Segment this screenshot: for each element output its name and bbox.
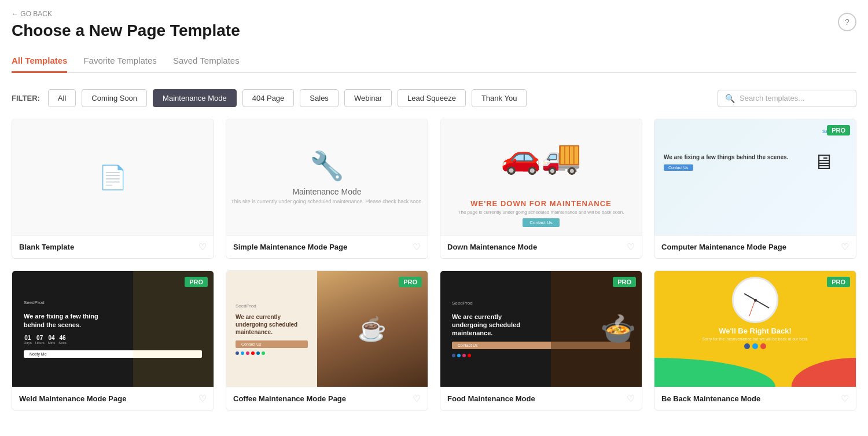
template-card-computer-maintenance[interactable]: SeedProd We are fixing a few things behi…	[654, 119, 856, 259]
coffee-heading: We are currently undergoing scheduled ma…	[236, 313, 308, 336]
tow-truck-icon: 🚗🚚	[501, 138, 582, 176]
page-title: Choose a New Page Template	[12, 21, 856, 40]
food-social-4	[468, 354, 471, 357]
pro-badge-weld: PRO	[185, 277, 208, 287]
beback-social-2	[752, 343, 758, 349]
wrench-icon: 🔧	[231, 150, 423, 182]
heart-icon-computer[interactable]: ♡	[841, 241, 849, 252]
template-name-coffee: Coffee Maintenance Mode Page	[233, 394, 346, 403]
social-icon-1	[236, 351, 239, 355]
down-contact-btn: Contact Us	[523, 218, 560, 227]
heart-icon-blank[interactable]: ♡	[198, 241, 207, 252]
pro-badge-beback: PRO	[827, 277, 850, 287]
beback-social-3	[760, 343, 766, 349]
search-input[interactable]	[740, 94, 849, 102]
computer-icon: 🖥	[813, 150, 834, 174]
computer-heading: We are fixing a few things behind the sc…	[664, 153, 800, 161]
simple-maintenance-sub: This site is currently under going sched…	[231, 199, 423, 204]
seedprod-logo-food: SeedProd	[452, 301, 630, 306]
heart-icon-food[interactable]: ♡	[627, 393, 635, 404]
template-card-weld-maintenance[interactable]: SeedProd We are fixing a few thing behin…	[12, 270, 214, 411]
template-card-down-maintenance[interactable]: 🚗🚚 WE'RE DOWN FOR MAINTENANCE The page i…	[440, 119, 642, 259]
template-name-beback: Be Back Maintenance Mode	[661, 394, 760, 403]
weld-timer-mins-num: 04	[48, 335, 56, 341]
filter-maintenance-mode[interactable]: Maintenance Mode	[153, 89, 237, 107]
template-card-beback-maintenance[interactable]: We'll Be Right Back! Sorry for the incon…	[654, 270, 856, 411]
filter-sales[interactable]: Sales	[300, 89, 339, 107]
search-icon: 🔍	[725, 94, 735, 103]
filter-all[interactable]: All	[48, 89, 76, 107]
tab-saved-templates[interactable]: Saved Templates	[173, 50, 240, 73]
down-maintenance-title: WE'RE DOWN FOR MAINTENANCE	[445, 199, 637, 208]
blank-page-icon: 📄	[98, 164, 127, 191]
coffee-btn: Contact Us	[236, 340, 308, 348]
filter-coming-soon[interactable]: Coming Soon	[82, 89, 147, 107]
food-social-1	[452, 354, 455, 357]
social-icon-3	[246, 351, 249, 355]
weld-timer-days-num: 01	[24, 335, 32, 341]
heart-icon-coffee[interactable]: ♡	[413, 393, 421, 404]
template-name-simple: Simple Maintenance Mode Page	[233, 243, 347, 251]
pro-badge-coffee: PRO	[399, 277, 422, 287]
filter-thank-you[interactable]: Thank You	[472, 89, 527, 107]
template-card-blank[interactable]: 📄 Blank Template ♡	[12, 119, 214, 259]
food-emoji-icon: 🍲	[600, 312, 636, 346]
food-social-3	[462, 354, 466, 357]
heart-icon-weld[interactable]: ♡	[198, 393, 207, 404]
tab-favorite-templates[interactable]: Favorite Templates	[83, 50, 156, 73]
template-card-coffee-maintenance[interactable]: SeedProd We are currently undergoing sch…	[226, 270, 428, 411]
template-name-blank: Blank Template	[19, 243, 74, 251]
social-icon-5	[256, 351, 260, 355]
seedprod-logo-weld: SeedProd	[24, 300, 202, 305]
template-card-food-maintenance[interactable]: 🍲 SeedProd We are currently undergoing s…	[440, 270, 642, 411]
simple-maintenance-title: Maintenance Mode	[231, 187, 423, 196]
computer-btn: Contact Us	[664, 164, 693, 171]
go-back-link[interactable]: ← GO BACK	[12, 10, 52, 18]
weld-timer-hours-label: Hours	[35, 341, 45, 345]
weld-heading: We are fixing a few thing behind the sce…	[24, 312, 105, 329]
beback-social-1	[744, 343, 750, 349]
filter-label: FILTER:	[12, 94, 40, 102]
template-name-computer: Computer Maintenance Mode Page	[661, 243, 786, 251]
weld-timer-secs-num: 46	[58, 335, 66, 341]
beback-title: We'll Be Right Back!	[703, 327, 808, 335]
seedprod-logo-coffee: SeedProd	[236, 303, 308, 309]
template-name-food: Food Maintenance Mode	[447, 394, 535, 403]
filter-lead-squeeze[interactable]: Lead Squeeze	[398, 89, 466, 107]
social-icon-4	[251, 351, 255, 355]
filter-404[interactable]: 404 Page	[242, 89, 295, 107]
heart-icon-simple[interactable]: ♡	[413, 241, 421, 252]
template-name-down: Down Maintenance Mode	[447, 243, 537, 251]
food-social-2	[457, 354, 461, 357]
food-heading: We are currently undergoing scheduled ma…	[452, 313, 533, 338]
pro-badge-food: PRO	[613, 277, 636, 287]
tab-all-templates[interactable]: All Templates	[12, 50, 67, 73]
pro-badge-computer: PRO	[827, 125, 850, 135]
weld-timer-secs-label: Secs	[58, 341, 66, 345]
template-name-weld: Weld Maintenance Mode Page	[19, 394, 126, 403]
clock-widget	[732, 277, 778, 323]
help-button[interactable]: ?	[838, 13, 856, 31]
filter-webinar[interactable]: Webinar	[344, 89, 392, 107]
coffee-emoji-icon: ☕	[358, 316, 387, 343]
template-card-simple-maintenance[interactable]: 🔧 Maintenance Mode This site is currentl…	[226, 119, 428, 259]
weld-timer-days-label: Days	[24, 341, 32, 345]
weld-timer-mins-label: Mins	[48, 341, 56, 345]
weld-timer-hours-num: 07	[35, 335, 45, 341]
down-maintenance-sub: The page is currently under going schedu…	[445, 210, 637, 215]
heart-icon-beback[interactable]: ♡	[841, 393, 849, 404]
heart-icon-down[interactable]: ♡	[627, 241, 635, 252]
beback-sub: Sorry for the inconvenience but we will …	[703, 337, 808, 341]
social-icon-2	[241, 351, 244, 355]
social-icon-6	[262, 351, 265, 355]
